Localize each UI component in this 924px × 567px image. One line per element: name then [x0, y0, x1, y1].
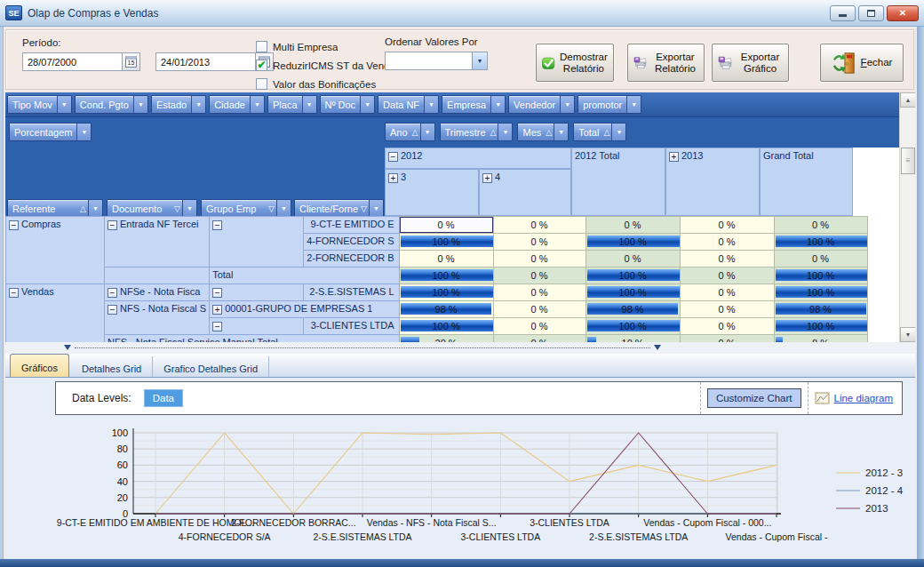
data-cell[interactable]: 0 % [493, 284, 585, 301]
expand-plus-icon[interactable]: + [388, 173, 398, 183]
collapse-minus-icon[interactable]: − [9, 220, 19, 230]
data-cell[interactable]: 0 % [680, 234, 774, 251]
date-from-field[interactable]: 28/07/2000 15 [22, 52, 140, 71]
chevron-down-icon[interactable]: ▼ [57, 96, 71, 113]
data-cell[interactable]: 0 % [680, 335, 774, 343]
collapse-minus-icon[interactable]: − [388, 152, 398, 162]
row-field-grupo-emp[interactable]: Grupo Emp▽▼ [201, 199, 291, 218]
column-field-trimestre[interactable]: Trimestre△▼ [440, 123, 514, 141]
data-cell[interactable]: 100 % [774, 284, 867, 301]
row-header-cell[interactable]: 2-FORNECEDOR B [304, 251, 399, 268]
data-cell[interactable]: 20 % [399, 335, 493, 343]
customize-chart-button[interactable]: Customize Chart [707, 388, 801, 408]
data-cell[interactable]: 10 % [585, 335, 680, 343]
chevron-down-icon[interactable]: ▼ [369, 200, 383, 217]
date-to-value[interactable]: 24/01/2013 [156, 57, 255, 68]
maximize-button[interactable] [858, 5, 884, 21]
tab-detalhes-grid[interactable]: Detalhes Grid [71, 356, 153, 377]
chevron-down-icon[interactable]: ▼ [560, 96, 574, 113]
row-field-cliente-forne[interactable]: Cliente/Forne▽▼ [294, 199, 384, 218]
data-cell[interactable]: 0 % [493, 301, 585, 318]
data-cell[interactable]: 100 % [585, 234, 680, 251]
row-header-cell[interactable]: −NFS - Nota Fiscal S [105, 301, 210, 335]
collapse-minus-icon[interactable]: − [9, 288, 19, 298]
row-header-cell[interactable]: 3-CLIENTES LTDA [304, 318, 399, 335]
column-header-2012[interactable]: −2012 [385, 148, 571, 169]
data-cell[interactable]: 0 % [585, 251, 680, 268]
data-cell[interactable]: 0 % [493, 335, 585, 343]
collapse-minus-icon[interactable]: − [212, 288, 222, 298]
collapse-minus-icon[interactable]: − [212, 220, 222, 230]
chevron-down-icon[interactable]: ▼ [498, 124, 512, 140]
close-button[interactable]: ✕ [887, 5, 919, 21]
checkbox-unchecked[interactable] [256, 78, 267, 90]
date-from-calendar-button[interactable]: 15 [122, 53, 139, 70]
row-header-cell[interactable]: 9-CT-E EMITIDO E [304, 217, 399, 234]
exportar-grafico-button[interactable]: Exportar Gráfico [712, 44, 789, 82]
chevron-down-icon[interactable]: ▼ [626, 96, 641, 113]
tab-grafico-detalhes-grid[interactable]: Grafico Detalhes Grid [153, 356, 269, 377]
row-header-cell[interactable]: −Compras [6, 217, 105, 284]
row-header-cell[interactable]: Total [210, 268, 399, 284]
data-field-porcentagem[interactable]: Porcentagem▼ [9, 123, 92, 141]
chevron-down-icon[interactable]: ▼ [424, 96, 438, 113]
chevron-down-icon[interactable]: ▼ [611, 124, 625, 140]
expand-plus-icon[interactable]: + [212, 305, 222, 315]
column-header-quarter-4[interactable]: +4 [479, 169, 571, 216]
data-cell[interactable]: 98 % [585, 301, 680, 318]
line-diagram-link[interactable]: Line diagram [834, 393, 893, 403]
exportar-relatorio-button[interactable]: Exportar Relatório [627, 44, 705, 82]
chevron-down-icon[interactable]: ▼ [490, 96, 505, 113]
checkbox-checked[interactable]: ✔ [256, 60, 267, 71]
data-cell[interactable]: 8 % [774, 335, 867, 343]
chevron-down-icon[interactable]: ▼ [133, 96, 147, 113]
data-cell[interactable]: 0 % [774, 251, 867, 268]
collapse-minus-icon[interactable]: − [108, 305, 117, 315]
splitter-collapse-icon[interactable] [654, 345, 661, 350]
column-header-quarter-3[interactable]: +3 [385, 169, 479, 216]
row-header-cell[interactable]: +00001-GRUPO DE EMPRESAS 1 [210, 301, 399, 318]
data-cell[interactable]: 0 % [680, 251, 774, 268]
data-cell[interactable]: 0 % [493, 217, 585, 234]
data-cell[interactable]: 100 % [774, 234, 867, 251]
data-cell[interactable]: 0 % [680, 301, 774, 318]
filter-field-n-doc[interactable]: Nº Doc▼ [320, 95, 376, 114]
column-header-grand-total[interactable]: Grand Total [760, 148, 853, 216]
row-header-cell[interactable]: − [210, 284, 304, 301]
row-header-cell[interactable]: −NFSe - Nota Fisca [105, 284, 210, 301]
filter-field-empresa[interactable]: Empresa▼ [442, 95, 506, 114]
data-cell[interactable]: 0 % [493, 268, 585, 284]
checkbox-unchecked[interactable] [256, 41, 267, 52]
data-cell[interactable]: 0 % [774, 217, 867, 234]
row-header-cell[interactable]: − [210, 217, 304, 268]
filter-field-vendedor[interactable]: Vendedor▼ [508, 95, 575, 114]
chevron-down-icon[interactable]: ▼ [554, 124, 568, 140]
data-cell[interactable]: 100 % [399, 268, 493, 284]
filter-field-placa[interactable]: Placa▼ [267, 95, 317, 114]
data-cell[interactable]: 100 % [774, 318, 867, 335]
data-cell[interactable]: 0 % [680, 268, 774, 284]
column-header-2012-total[interactable]: 2012 Total [571, 148, 665, 216]
data-cell[interactable]: 0 % [493, 234, 585, 251]
chevron-down-icon[interactable]: ▼ [191, 96, 205, 113]
data-cell[interactable]: 0 % [680, 284, 774, 301]
row-header-cell[interactable]: 2-S.E.SISTEMAS L [304, 284, 399, 301]
row-header-cell[interactable]: −Vendas [6, 284, 105, 343]
demostrar-relatorio-button[interactable]: Demostrar Relatório [536, 44, 614, 82]
column-field-ano[interactable]: Ano△▼ [385, 123, 435, 141]
scroll-down-icon[interactable]: ▼ [900, 327, 915, 342]
filter-field-cidade[interactable]: Cidade▼ [209, 95, 265, 114]
filter-field-tipo-mov[interactable]: Tipo Mov▼ [7, 95, 72, 114]
expand-plus-icon[interactable]: + [669, 152, 679, 162]
tab-gr-ficos[interactable]: Gráficos [10, 354, 69, 377]
data-cell[interactable]: 100 % [585, 318, 680, 335]
data-cell[interactable]: 0 % [680, 217, 774, 234]
chevron-down-icon[interactable]: ▼ [250, 96, 264, 113]
data-cell[interactable]: 0 % [680, 318, 774, 335]
data-cell[interactable]: 100 % [585, 284, 680, 301]
expand-plus-icon[interactable]: + [482, 173, 492, 183]
data-cell[interactable]: 0 % [493, 318, 585, 335]
chevron-down-icon[interactable]: ▼ [276, 200, 291, 217]
data-cell[interactable]: 100 % [399, 318, 493, 335]
column-header-2013[interactable]: +2013 [665, 148, 760, 216]
